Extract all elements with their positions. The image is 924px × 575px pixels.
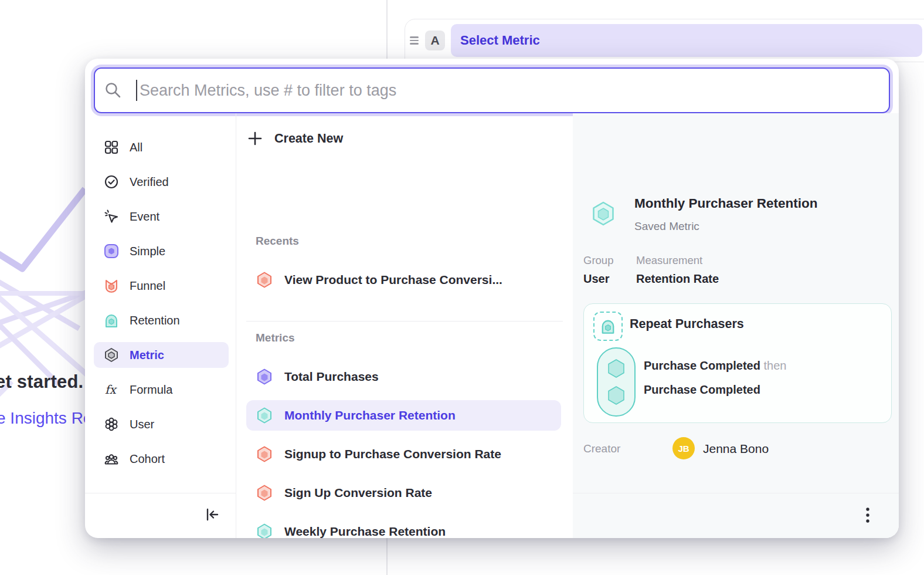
metric-list-item[interactable]: Weekly Purchase Retention — [246, 516, 561, 538]
metric-letter-badge: A — [425, 31, 445, 50]
recents-section-label: Recents — [256, 235, 299, 248]
metric-picker-modal: All Verified Event — [85, 59, 899, 538]
creator-avatar: JB — [672, 437, 695, 459]
metric-item-label: Weekly Purchase Retention — [284, 525, 446, 538]
sidebar-item-label: Metric — [130, 349, 164, 362]
more-options-button[interactable] — [859, 505, 877, 527]
salmon-hexagon-icon — [256, 271, 273, 289]
sidebar-item-label: Formula — [130, 383, 172, 397]
sidebar-item-cohort[interactable]: Cohort — [94, 446, 229, 472]
metric-row-card: A Select Metric — [405, 19, 924, 62]
sidebar-item-metric[interactable]: Metric — [94, 342, 229, 368]
card-step-2: Purchase Completed — [644, 383, 760, 397]
detail-subtitle: Saved Metric — [634, 220, 699, 233]
search-input[interactable] — [138, 81, 889, 100]
search-box — [94, 67, 890, 113]
metric-item-label: Monthly Purchaser Retention — [284, 408, 456, 422]
salmon-hexagon-icon — [256, 445, 273, 463]
sidebar-item-label: User — [130, 418, 154, 431]
collapse-sidebar-button[interactable] — [204, 506, 220, 525]
filter-sidebar: All Verified Event — [85, 113, 236, 538]
salmon-hexagon-icon — [256, 484, 273, 502]
behavior-capsule — [597, 347, 636, 417]
metric-list-item[interactable]: Total Purchases — [246, 361, 561, 392]
sidebar-item-label: Event — [130, 210, 159, 224]
background-partial-link[interactable]: e Insights Re — [0, 409, 92, 428]
metric-list-item[interactable]: Signup to Purchase Conversion Rate — [246, 439, 561, 469]
metric-item-label: Total Purchases — [284, 370, 379, 384]
user-cluster-icon — [104, 417, 119, 432]
section-divider — [246, 321, 563, 322]
card-title: Repeat Purchasers — [630, 317, 744, 332]
purple-hexagon-icon — [256, 368, 273, 385]
teal-hexagon-icon — [256, 523, 273, 538]
sidebar-item-label: Funnel — [130, 279, 165, 293]
drag-handle-icon[interactable] — [410, 36, 420, 45]
sidebar-item-label: Simple — [130, 245, 165, 258]
creator-label: Creator — [583, 442, 620, 455]
then-connector: then — [764, 359, 787, 372]
metric-list-item[interactable]: Sign Up Conversion Rate — [246, 478, 561, 508]
cohort-people-icon — [104, 451, 119, 466]
sidebar-item-simple[interactable]: Simple — [94, 238, 229, 264]
kebab-menu-icon — [859, 505, 877, 525]
sidebar-item-formula[interactable]: fx Formula — [94, 377, 229, 402]
measurement-value: Retention Rate — [636, 272, 719, 286]
teal-hexagon-icon — [256, 407, 273, 424]
detail-title: Monthly Purchaser Retention — [634, 196, 818, 211]
metric-list-column: Create New Recents View Product to Purch… — [236, 113, 573, 538]
metric-item-label: Sign Up Conversion Rate — [284, 486, 432, 500]
sidebar-item-label: Verified — [130, 175, 169, 189]
grid-icon — [104, 140, 119, 155]
create-new-label: Create New — [274, 131, 343, 146]
metric-item-label: Signup to Purchase Conversion Rate — [284, 447, 501, 461]
sidebar-item-event[interactable]: Event — [94, 204, 229, 229]
sidebar-footer — [85, 493, 236, 538]
sidebar-item-label: Retention — [130, 314, 180, 327]
group-label: Group — [583, 254, 613, 267]
metric-detail-panel: Monthly Purchaser Retention Saved Metric… — [573, 113, 899, 538]
group-value: User — [583, 272, 609, 286]
teal-hexagon-icon — [590, 200, 617, 227]
select-metric-button[interactable]: Select Metric — [451, 24, 922, 57]
verified-badge-icon — [104, 174, 119, 190]
metric-list-item-selected[interactable]: Monthly Purchaser Retention — [246, 400, 561, 431]
card-step-1: Purchase Completed then — [644, 359, 786, 373]
formula-fx-icon: fx — [104, 382, 119, 397]
text-caret — [136, 80, 137, 101]
retention-arch-icon — [599, 317, 617, 335]
create-new-button[interactable]: Create New — [247, 131, 343, 146]
funnel-hexagon-icon — [104, 278, 119, 293]
event-hexagon-icon — [607, 358, 626, 378]
metric-hexagon-icon — [104, 347, 119, 363]
collapse-left-icon — [204, 506, 220, 523]
search-icon — [104, 81, 123, 100]
screen: et started. e Insights Re A Select Metri… — [0, 0, 924, 575]
detail-footer — [573, 493, 899, 538]
metrics-section-label: Metrics — [256, 332, 295, 344]
plus-icon — [247, 131, 263, 146]
dashed-icon-frame — [593, 312, 623, 341]
measurement-label: Measurement — [636, 254, 702, 267]
event-hexagon-icon — [607, 385, 626, 405]
recent-item-label: View Product to Purchase Conversi... — [284, 273, 502, 287]
sidebar-item-label: All — [130, 141, 142, 154]
sidebar-item-funnel[interactable]: Funnel — [94, 273, 229, 299]
background-partial-heading: et started. — [0, 371, 83, 393]
repeat-purchasers-card[interactable]: Repeat Purchasers Purchase Completed the… — [583, 303, 892, 423]
creator-name: Jenna Bono — [703, 442, 769, 456]
svg-text:fx: fx — [105, 383, 117, 397]
retention-arch-icon — [104, 313, 119, 328]
sidebar-item-label: Cohort — [130, 452, 165, 466]
sidebar-item-all[interactable]: All — [94, 134, 229, 160]
simple-hexagon-icon — [104, 243, 119, 259]
sidebar-item-verified[interactable]: Verified — [94, 169, 229, 195]
sidebar-item-user[interactable]: User — [94, 411, 229, 437]
event-cursor-icon — [104, 209, 119, 224]
recent-item[interactable]: View Product to Purchase Conversi... — [246, 265, 561, 295]
sidebar-item-retention[interactable]: Retention — [94, 307, 229, 333]
